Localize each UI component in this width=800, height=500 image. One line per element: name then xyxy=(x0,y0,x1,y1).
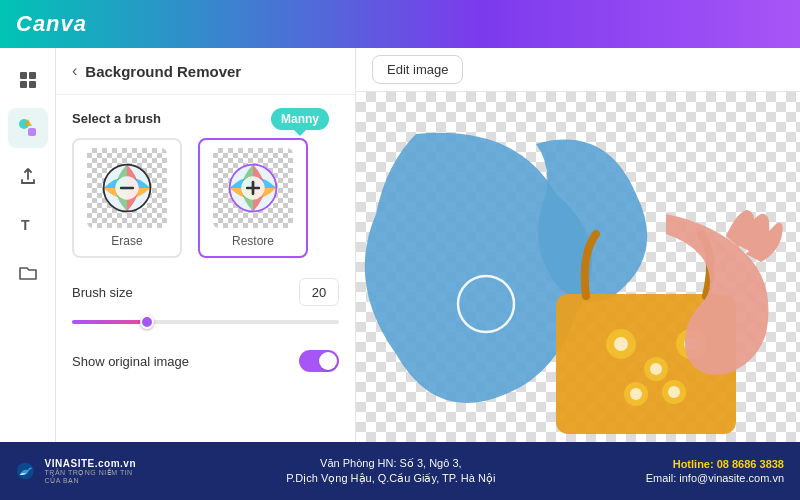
svg-rect-5 xyxy=(28,128,36,136)
svg-rect-0 xyxy=(20,72,27,79)
svg-rect-1 xyxy=(29,72,36,79)
tool-title: Background Remover xyxy=(85,63,241,80)
brush-erase-card[interactable]: Erase xyxy=(72,138,182,258)
sidebar-icon-grid[interactable] xyxy=(8,60,48,100)
svg-rect-27 xyxy=(252,181,255,195)
bottom-right: Hotline: 08 8686 3838 Email: info@vinasi… xyxy=(646,458,784,484)
icon-sidebar: T xyxy=(0,48,56,500)
vinasite-bird-logo xyxy=(16,453,35,489)
canvas-topbar: Edit image xyxy=(356,48,800,92)
address-label: P.Dịch Vọng Hậu, Q.Cầu Giấy, TP. Hà Nội xyxy=(286,472,495,485)
canvas-svg xyxy=(356,92,800,500)
elements-icon xyxy=(17,117,39,139)
restore-label: Restore xyxy=(232,234,274,248)
erase-ball-svg xyxy=(100,161,154,215)
erase-preview xyxy=(87,148,167,228)
canva-logo: Canva xyxy=(16,11,87,37)
vinasite-logo-area: VINASITE.com.vn TRÂN TRỌNG NIỀM TIN CỦA … xyxy=(16,453,136,489)
tool-panel-header: ‹ Background Remover xyxy=(56,48,355,95)
top-bar: Canva xyxy=(0,0,800,48)
svg-point-30 xyxy=(614,337,628,351)
hotline-label: Hotline: 08 8686 3838 xyxy=(673,458,784,470)
brush-options: Manny xyxy=(72,138,339,258)
bottom-bar: VINASITE.com.vn TRÂN TRỌNG NIỀM TIN CỦA … xyxy=(0,442,800,500)
email-label: Email: info@vinasite.com.vn xyxy=(646,472,784,484)
canvas-area: Edit image xyxy=(356,48,800,500)
svg-rect-21 xyxy=(120,187,134,190)
svg-rect-3 xyxy=(29,81,36,88)
show-original-toggle[interactable] xyxy=(299,350,339,372)
svg-rect-2 xyxy=(20,81,27,88)
vinasite-tagline: TRÂN TRỌNG NIỀM TIN CỦA BẠN xyxy=(45,469,136,485)
manny-tooltip: Manny xyxy=(271,108,329,130)
office-label: Văn Phòng HN: Số 3, Ngô 3, xyxy=(320,457,462,470)
brush-size-label: Brush size xyxy=(72,285,133,300)
back-button[interactable]: ‹ xyxy=(72,62,77,80)
bottom-center: Văn Phòng HN: Số 3, Ngô 3, P.Dịch Vọng H… xyxy=(136,457,646,485)
restore-preview xyxy=(213,148,293,228)
canvas-content xyxy=(356,92,800,500)
sidebar-icon-elements[interactable] xyxy=(8,108,48,148)
sidebar-icon-folder[interactable] xyxy=(8,252,48,292)
svg-text:T: T xyxy=(21,217,30,233)
show-original-label: Show original image xyxy=(72,354,189,369)
svg-point-36 xyxy=(630,388,642,400)
brush-restore-card[interactable]: Restore xyxy=(198,138,308,258)
edit-image-button[interactable]: Edit image xyxy=(372,55,463,84)
slider-thumb[interactable] xyxy=(140,315,154,329)
vinasite-text: VINASITE.com.vn TRÂN TRỌNG NIỀM TIN CỦA … xyxy=(45,458,136,485)
restore-ball-svg xyxy=(226,161,280,215)
brush-size-value[interactable]: 20 xyxy=(299,278,339,306)
folder-icon xyxy=(18,262,38,282)
toggle-knob xyxy=(319,352,337,370)
text-icon: T xyxy=(18,214,38,234)
show-original-row: Show original image xyxy=(72,350,339,372)
svg-point-32 xyxy=(650,363,662,375)
sidebar-icon-text[interactable]: T xyxy=(8,204,48,244)
canvas-image-group xyxy=(356,92,800,500)
erase-label: Erase xyxy=(111,234,142,248)
brush-slider[interactable] xyxy=(72,314,339,330)
vinasite-name: VINASITE.com.vn xyxy=(45,458,136,469)
brush-size-row: Brush size 20 xyxy=(72,278,339,306)
grid-icon xyxy=(18,70,38,90)
main-layout: T ‹ Background Remover xyxy=(0,48,800,500)
upload-icon xyxy=(18,166,38,186)
svg-point-38 xyxy=(668,386,680,398)
tool-panel: ‹ Background Remover Select a brush Mann… xyxy=(56,48,356,500)
sidebar-icon-uploads[interactable] xyxy=(8,156,48,196)
tool-panel-content: Select a brush Manny xyxy=(56,95,355,500)
